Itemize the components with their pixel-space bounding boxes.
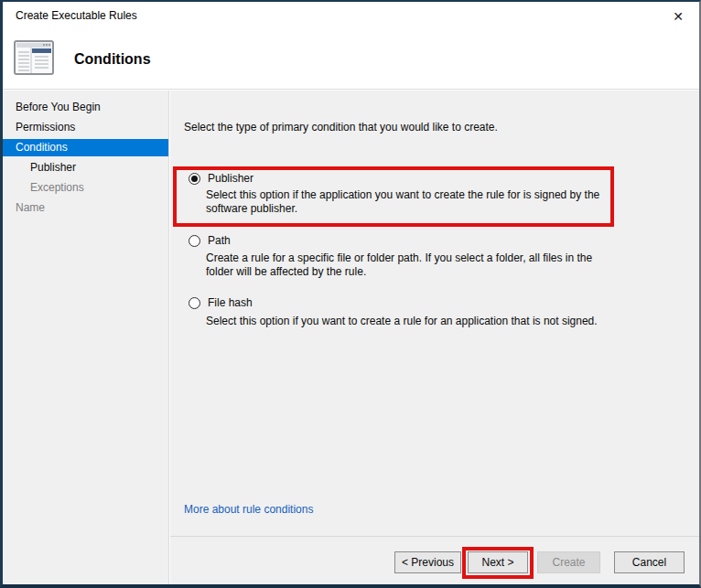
- radio-publisher-label: Publisher: [208, 172, 253, 185]
- dialog-header: Create Executable Rules ✕ Condi: [3, 2, 699, 90]
- sidebar-item-name: Name: [3, 199, 168, 217]
- wizard-content: Select the type of primary condition tha…: [170, 91, 699, 584]
- sidebar-item-permissions[interactable]: Permissions: [3, 119, 168, 136]
- create-button: Create: [537, 551, 600, 573]
- wizard-window-icon: [14, 40, 54, 78]
- path-description: Create a rule for a specific file or fol…: [206, 251, 620, 279]
- radio-file-hash-label: File hash: [208, 296, 253, 309]
- radio-option-file-hash[interactable]: File hash: [189, 296, 253, 309]
- close-icon[interactable]: ✕: [668, 6, 688, 27]
- create-executable-rules-dialog: Create Executable Rules ✕ Condi: [0, 0, 701, 588]
- cancel-button[interactable]: Cancel: [614, 551, 685, 573]
- radio-option-path[interactable]: Path: [189, 234, 231, 247]
- sidebar-item-conditions[interactable]: Conditions: [3, 139, 168, 156]
- sidebar-item-exceptions: Exceptions: [3, 179, 168, 197]
- sidebar-item-publisher[interactable]: Publisher: [3, 159, 168, 176]
- intro-text: Select the type of primary condition tha…: [184, 121, 678, 134]
- dialog-body: Before You Begin Permissions Conditions …: [3, 91, 699, 584]
- page-title: Conditions: [74, 51, 151, 68]
- sidebar-item-before-you-begin[interactable]: Before You Begin: [3, 99, 168, 116]
- more-about-rule-conditions-link[interactable]: More about rule conditions: [184, 503, 313, 516]
- next-button[interactable]: Next >: [468, 551, 528, 573]
- wizard-steps-sidebar: Before You Begin Permissions Conditions …: [3, 91, 169, 584]
- window-title: Create Executable Rules: [16, 9, 137, 22]
- radio-path-label: Path: [208, 234, 231, 247]
- radio-option-publisher[interactable]: Publisher: [189, 172, 253, 185]
- footer-divider: [170, 536, 699, 537]
- radio-path-icon[interactable]: [189, 235, 200, 247]
- radio-file-hash-icon[interactable]: [189, 297, 200, 309]
- publisher-description: Select this option if the application yo…: [206, 188, 614, 216]
- file-hash-description: Select this option if you want to create…: [206, 315, 682, 328]
- previous-button[interactable]: < Previous: [394, 551, 461, 573]
- radio-publisher-icon[interactable]: [189, 173, 200, 185]
